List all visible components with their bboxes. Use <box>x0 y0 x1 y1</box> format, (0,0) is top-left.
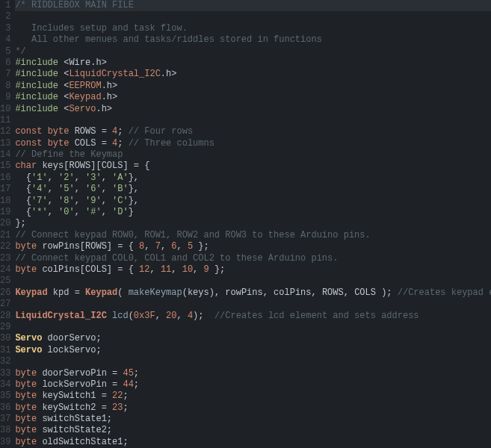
line-number-gutter: 1234567891011121314151617181920212223242… <box>0 0 13 448</box>
code-line[interactable] <box>15 276 491 287</box>
code-line[interactable]: #include <Wire.h> <box>15 57 491 69</box>
line-number: 38 <box>0 425 10 436</box>
line-number: 31 <box>0 345 10 356</box>
line-number: 3 <box>0 23 10 34</box>
code-line[interactable] <box>15 115 491 126</box>
line-number: 27 <box>0 299 10 310</box>
code-line[interactable]: /* RIDDLEBOX MAIN FILE <box>15 0 491 11</box>
code-line[interactable]: {'4', '5', '6', 'B'}, <box>15 184 491 195</box>
line-number: 17 <box>0 184 10 195</box>
code-line[interactable]: const byte COLS = 4; // Three columns <box>15 138 491 149</box>
line-number: 23 <box>0 253 10 264</box>
line-number: 26 <box>0 287 10 299</box>
code-line[interactable]: */ <box>15 46 491 57</box>
code-line[interactable]: All other menues and tasks/riddles store… <box>15 34 491 46</box>
code-line[interactable]: byte keySwitch1 = 22; <box>15 391 491 402</box>
line-number: 2 <box>0 11 10 22</box>
line-number: 37 <box>0 414 10 425</box>
code-line[interactable]: LiquidCrystal_I2C lcd(0x3F, 20, 4); //Cr… <box>15 311 491 322</box>
code-line[interactable]: {'7', '8', '9', 'C'}, <box>15 196 491 207</box>
line-number: 39 <box>0 437 10 448</box>
line-number: 16 <box>0 172 10 184</box>
code-line[interactable]: byte keySwitch2 = 23; <box>15 402 491 414</box>
line-number: 13 <box>0 138 10 149</box>
line-number: 12 <box>0 126 10 137</box>
line-number: 34 <box>0 379 10 391</box>
code-line[interactable]: Servo lockServo; <box>15 345 491 356</box>
code-line[interactable]: #include <Servo.h> <box>15 104 491 115</box>
code-line[interactable]: byte doorServoPin = 45; <box>15 368 491 379</box>
code-line[interactable] <box>15 299 491 310</box>
line-number: 1 <box>0 0 10 11</box>
code-line[interactable]: byte colPins[COLS] = { 12, 11, 10, 9 }; <box>15 264 491 276</box>
line-number: 28 <box>0 311 10 322</box>
code-line[interactable]: byte switchState2; <box>15 425 491 436</box>
code-line[interactable]: #include <EEPROM.h> <box>15 81 491 92</box>
line-number: 5 <box>0 46 10 57</box>
line-number: 10 <box>0 104 10 115</box>
code-line[interactable]: }; <box>15 218 491 229</box>
code-area[interactable]: /* RIDDLEBOX MAIN FILE Includes setup an… <box>13 0 491 448</box>
line-number: 21 <box>0 230 10 241</box>
code-editor[interactable]: 1234567891011121314151617181920212223242… <box>0 0 491 448</box>
code-line[interactable]: char keys[ROWS][COLS] = { <box>15 161 491 172</box>
code-line[interactable]: // Connect keypad COL0, COL1 and COL2 to… <box>15 253 491 264</box>
line-number: 24 <box>0 264 10 276</box>
code-line[interactable]: Includes setup and task flow. <box>15 23 491 34</box>
line-number: 30 <box>0 333 10 344</box>
code-line[interactable] <box>15 356 491 367</box>
line-number: 9 <box>0 92 10 103</box>
line-number: 11 <box>0 115 10 126</box>
code-line[interactable]: byte rowPins[ROWS] = { 8, 7, 6, 5 }; <box>15 241 491 252</box>
line-number: 29 <box>0 322 10 333</box>
code-line[interactable]: byte switchState1; <box>15 414 491 425</box>
code-line[interactable]: Servo doorServo; <box>15 333 491 344</box>
line-number: 18 <box>0 196 10 207</box>
code-line[interactable]: byte lockServoPin = 44; <box>15 379 491 391</box>
line-number: 6 <box>0 57 10 69</box>
code-line[interactable]: Keypad kpd = Keypad( makeKeymap(keys), r… <box>15 287 491 299</box>
code-line[interactable]: // Define the Keymap <box>15 149 491 161</box>
code-line[interactable]: // Connect keypad ROW0, ROW1, ROW2 and R… <box>15 230 491 241</box>
code-line[interactable]: #include <Keypad.h> <box>15 92 491 103</box>
code-line[interactable] <box>15 11 491 22</box>
line-number: 32 <box>0 356 10 367</box>
line-number: 22 <box>0 241 10 252</box>
line-number: 20 <box>0 218 10 229</box>
line-number: 36 <box>0 402 10 414</box>
line-number: 4 <box>0 34 10 46</box>
code-line[interactable]: const byte ROWS = 4; // Four rows <box>15 126 491 137</box>
line-number: 14 <box>0 149 10 161</box>
code-line[interactable]: #include <LiquidCrystal_I2C.h> <box>15 69 491 80</box>
code-line[interactable]: {'1', '2', '3', 'A'}, <box>15 172 491 184</box>
code-line[interactable]: byte oldSwitchState1; <box>15 437 491 448</box>
line-number: 8 <box>0 81 10 92</box>
line-number: 33 <box>0 368 10 379</box>
code-line[interactable]: {'*', '0', '#', 'D'} <box>15 207 491 218</box>
code-line[interactable] <box>15 322 491 333</box>
line-number: 35 <box>0 391 10 402</box>
line-number: 15 <box>0 161 10 172</box>
line-number: 19 <box>0 207 10 218</box>
line-number: 25 <box>0 276 10 287</box>
line-number: 7 <box>0 69 10 80</box>
